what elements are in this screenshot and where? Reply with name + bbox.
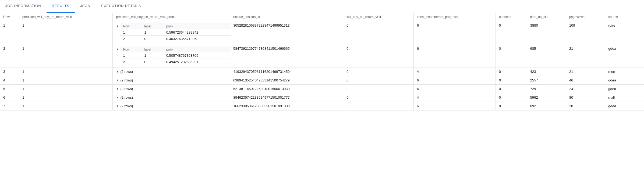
cell-row-number: 4 <box>0 76 19 85</box>
cell-row-number: 2 <box>0 44 19 67</box>
table-row: 41▼(2 rows)03894135254047333141500754279… <box>0 76 644 85</box>
probs-summary: (2 rows) <box>120 70 133 74</box>
cell-source: mall <box>605 93 644 102</box>
probs-sub-table: Rowlabelprob110.505748767363709200.49425… <box>120 47 231 65</box>
col-header-source: source <box>605 13 644 21</box>
cell-probs: ▼(2 rows) <box>113 76 230 85</box>
cell-pageviews: 21 <box>566 67 605 76</box>
cell-will-buy: 0 <box>343 76 413 85</box>
cell-session-id: 03894135254047333141500754279 <box>230 76 343 85</box>
cell-bounces: 0 <box>496 44 527 67</box>
cell-predicted: 1 <box>19 44 113 67</box>
expand-arrow-up-icon[interactable]: ▲ <box>116 24 119 27</box>
cell-row-number: 5 <box>0 85 19 93</box>
table-row: 51▼(2 rows)52138114501226381801500613030… <box>0 85 644 93</box>
expand-arrow-down-icon[interactable]: ▼ <box>116 70 119 73</box>
expand-arrow-down-icon[interactable]: ▼ <box>116 87 119 90</box>
cell-source: gdea <box>605 85 644 93</box>
cell-probs: ▼(2 rows) <box>113 102 230 110</box>
cell-will-buy: 0 <box>343 93 413 102</box>
cell-pageviews: 21 <box>566 44 605 67</box>
cell-row-number: 6 <box>0 93 19 102</box>
cell-ecommerce: 6 <box>413 21 496 44</box>
probs-summary: (2 rows) <box>120 87 133 91</box>
col-header-row: Row <box>0 13 19 21</box>
cell-session-id: 30528281063372228471499951313 <box>230 21 343 44</box>
cell-will-buy: 0 <box>343 102 413 110</box>
cell-source: gdea <box>605 102 644 110</box>
cell-will-buy: 0 <box>343 85 413 93</box>
table-row: 11▲Rowlabelprob110.596723644289942200.40… <box>0 21 644 44</box>
cell-ecommerce: 6 <box>413 44 496 67</box>
cell-will-buy: 0 <box>343 67 413 76</box>
col-header-will-buy: will_buy_on_return_visit <box>343 13 413 21</box>
cell-probs: ▲Rowlabelprob110.505748767363709200.4942… <box>113 44 230 67</box>
table-header-row: Row predicted_will_buy_on_return_visit p… <box>0 13 644 21</box>
cell-predicted: 1 <box>19 93 113 102</box>
table-row: 61▼(2 rows)89462357421385249771501001777… <box>0 93 644 102</box>
tab-job-information[interactable]: JOB INFORMATION <box>0 0 47 13</box>
cell-row-number: 1 <box>0 21 19 44</box>
expand-arrow-down-icon[interactable]: ▼ <box>116 79 119 82</box>
col-header-bounces: bounces <box>496 13 527 21</box>
col-header-ecommerce: latest_ecommerce_progress <box>413 13 496 21</box>
cell-bounces: 0 <box>496 76 527 85</box>
cell-bounces: 0 <box>496 21 527 44</box>
tab-json[interactable]: JSON <box>75 0 96 13</box>
cell-time-on-site: 685 <box>527 44 566 67</box>
cell-predicted: 1 <box>19 102 113 110</box>
cell-time-on-site: 5962 <box>527 93 566 102</box>
probs-summary: (2 rows) <box>120 95 133 99</box>
tab-bar: JOB INFORMATION RESULTS JSON EXECUTION D… <box>0 0 644 13</box>
table-row: 71▼(2 rows)16623385361286005961501091808… <box>0 102 644 110</box>
cell-session-id: 16623385361286005961501091808 <box>230 102 343 110</box>
tab-results[interactable]: RESULTS <box>47 0 75 13</box>
cell-probs: ▼(2 rows) <box>113 67 230 76</box>
cell-bounces: 0 <box>496 67 527 76</box>
cell-time-on-site: 729 <box>527 85 566 93</box>
probs-summary: (2 rows) <box>120 104 133 108</box>
cell-bounces: 0 <box>496 85 527 93</box>
cell-pageviews: 28 <box>566 102 605 110</box>
expand-arrow-down-icon[interactable]: ▼ <box>116 105 119 108</box>
probs-summary: (2 rows) <box>120 78 133 82</box>
table-row: 21▲Rowlabelprob110.505748767363709200.49… <box>0 44 644 67</box>
cell-predicted: 1 <box>19 21 113 44</box>
expand-arrow-up-icon[interactable]: ▲ <box>116 48 119 51</box>
cell-ecommerce: 6 <box>413 76 496 85</box>
cell-time-on-site: 2557 <box>527 76 566 85</box>
cell-source: gdea <box>605 76 644 85</box>
cell-probs: ▲Rowlabelprob110.596723644289942200.4032… <box>113 21 230 44</box>
cell-will-buy: 0 <box>343 44 413 67</box>
cell-session-id: 52138114501226381801500613030 <box>230 85 343 93</box>
cell-probs: ▼(2 rows) <box>113 85 230 93</box>
cell-predicted: 1 <box>19 67 113 76</box>
cell-source: (dire <box>605 21 644 44</box>
cell-ecommerce: 4 <box>413 93 496 102</box>
cell-bounces: 0 <box>496 93 527 102</box>
cell-row-number: 7 <box>0 102 19 110</box>
cell-bounces: 0 <box>496 102 527 110</box>
cell-predicted: 1 <box>19 85 113 93</box>
cell-time-on-site: 892 <box>527 102 566 110</box>
col-header-predicted: predicted_will_buy_on_return_visit <box>19 13 113 21</box>
col-header-pageviews: pageviews <box>566 13 605 21</box>
cell-predicted: 1 <box>19 76 113 85</box>
cell-session-id: 89462357421385249771501001777 <box>230 93 343 102</box>
col-header-session: unique_session_id <box>230 13 343 21</box>
table-row: 31▼(2 rows)41932943705981116201499731450… <box>0 67 644 76</box>
cell-time-on-site: 423 <box>527 67 566 76</box>
expand-arrow-down-icon[interactable]: ▼ <box>116 96 119 99</box>
col-header-probs: predicted_will_buy_on_return_visit_probs <box>113 13 230 21</box>
cell-ecommerce: 4 <box>413 67 496 76</box>
cell-session-id: 41932943705981116201499731450 <box>230 67 343 76</box>
tab-execution-details[interactable]: EXECUTION DETAILS <box>96 0 146 13</box>
cell-row-number: 3 <box>0 67 19 76</box>
results-table-container: Row predicted_will_buy_on_return_visit p… <box>0 13 644 110</box>
cell-will-buy: 0 <box>343 21 413 44</box>
cell-pageviews: 109 <box>566 21 605 44</box>
probs-sub-table: Rowlabelprob110.596723644289942200.40327… <box>120 23 231 42</box>
cell-pageviews: 80 <box>566 93 605 102</box>
cell-pageviews: 46 <box>566 76 605 85</box>
cell-source: mon <box>605 67 644 76</box>
